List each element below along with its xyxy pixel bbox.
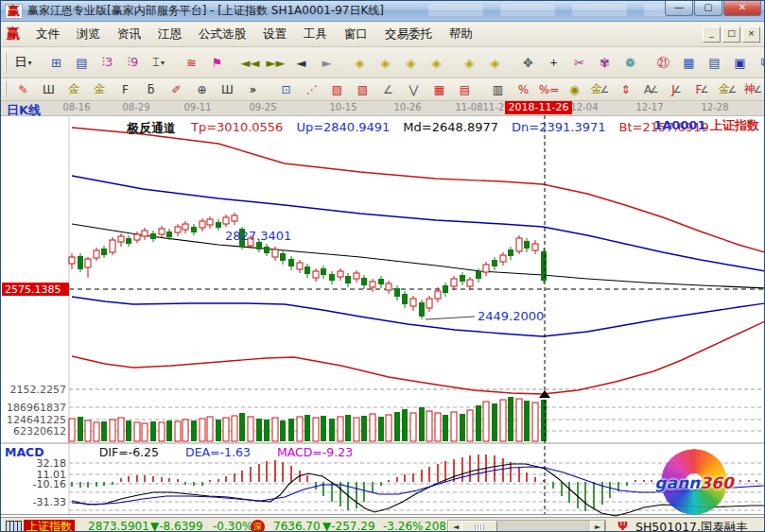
grid-view-icon[interactable]: ⊞ xyxy=(43,52,69,74)
gann-flower-icon[interactable]: ✾ xyxy=(592,52,617,74)
date-tick: 08-29 xyxy=(115,102,157,112)
horizontal-scrollbar[interactable]: ◄ ► xyxy=(447,520,606,532)
angle-icon[interactable]: ∠ xyxy=(375,80,401,99)
child-minimize-button[interactable]: _ xyxy=(703,26,721,43)
first-page-icon[interactable]: ◄◄ xyxy=(237,52,263,74)
annotation-low: 2449.2000 xyxy=(478,309,544,323)
volume-tick: 62320612 xyxy=(13,425,66,438)
selected-date-badge: 2018-11-26 xyxy=(505,101,572,114)
scrollbar-thumb[interactable] xyxy=(461,521,497,532)
diamond-left-icon[interactable]: ◈ xyxy=(347,52,373,74)
date-tick: 09-25 xyxy=(242,102,284,112)
diamond-down-icon[interactable]: ◈ xyxy=(482,52,508,74)
net-icon[interactable]: ⧉ xyxy=(753,52,765,74)
columns-icon[interactable]: ▥ xyxy=(485,80,511,99)
k3-icon[interactable]: ⫶3 xyxy=(95,52,120,74)
more-tools-icon[interactable]: » xyxy=(240,80,266,99)
j-angle-icon[interactable]: J∠ xyxy=(664,80,689,99)
red-grid-icon[interactable]: ▦ xyxy=(426,80,452,99)
shen-angle-icon[interactable]: 神∠ xyxy=(740,80,765,99)
symbol-code: 1A0001 xyxy=(653,118,705,132)
hand-tool-icon[interactable]: ✥ xyxy=(515,52,541,74)
minimize-button[interactable]: — xyxy=(665,1,693,16)
scroll-right-arrow[interactable]: ► xyxy=(590,521,605,532)
percent-eq-icon[interactable]: %= xyxy=(536,80,562,99)
gann-fan-box-icon[interactable]: ▧ xyxy=(350,80,375,99)
channel-line-tp xyxy=(72,128,765,252)
diamond-right-icon[interactable]: ◈ xyxy=(373,52,398,74)
cut-icon[interactable]: ✂ xyxy=(566,52,592,74)
menu-item-9[interactable]: 帮助 xyxy=(441,24,481,45)
macd-value: MACD=-9.23 xyxy=(277,445,353,459)
gold-grid2-icon[interactable]: 金 xyxy=(87,80,113,99)
menu-item-4[interactable]: 公式选股 xyxy=(190,24,254,45)
gold-line-icon[interactable]: 金∠ xyxy=(587,80,613,99)
gold-angle-icon[interactable]: 金∠ xyxy=(715,80,740,99)
menu-logo-icon: 赢 xyxy=(7,26,20,43)
date-tick: 12-28 xyxy=(694,102,736,112)
save-icon[interactable]: ▣ xyxy=(727,52,753,74)
quote-grid-icon[interactable] xyxy=(6,521,22,532)
a-angle-icon[interactable]: A∠ xyxy=(638,80,664,99)
menu-item-8[interactable]: 交易委托 xyxy=(376,24,441,45)
close-button[interactable]: ✕ xyxy=(723,1,761,16)
color-flag-icon[interactable]: ⚑ xyxy=(204,52,230,74)
spiral-icon[interactable]: ƃ xyxy=(138,80,164,99)
prev-icon[interactable]: ◄ xyxy=(288,52,314,74)
calculator-icon[interactable]: ▦ xyxy=(676,52,702,74)
status-bar: 上证指数 2873.5901 ▼-8.6399 -0.30% 深 7636.70… xyxy=(1,517,764,532)
ghost-desktop-icon xyxy=(428,4,483,16)
box-tool-icon[interactable]: ⊡ xyxy=(273,80,299,99)
title-bar: 赢 赢家江恩专业版[赢家内部服务平台] - [上证指数 SH1A0001-97日… xyxy=(1,1,764,22)
gann-box-icon[interactable]: ▨ xyxy=(324,80,350,99)
index-percent: -0.30% xyxy=(213,520,252,532)
circle-tool-icon[interactable]: ⊕ xyxy=(189,80,215,99)
brush-icon[interactable]: ✐ xyxy=(164,80,189,99)
gann-grid-icon[interactable]: Ш xyxy=(36,80,61,99)
last-page-icon[interactable]: ►► xyxy=(263,52,288,74)
period-selector[interactable]: 日▾ xyxy=(10,52,36,74)
ghost-desktop-icon xyxy=(500,4,555,16)
cycle-icon[interactable]: ❁ xyxy=(617,52,643,74)
menu-item-3[interactable]: 江恩 xyxy=(149,24,190,45)
menu-item-2[interactable]: 资讯 xyxy=(109,24,149,45)
diamond-expand-icon[interactable]: ◈ xyxy=(398,52,424,74)
vee-icon[interactable]: ⋁ xyxy=(401,80,426,99)
macd-dif: DIF=-6.25 xyxy=(99,445,159,459)
diamond-up-icon[interactable]: ◈ xyxy=(457,52,482,74)
crosshair-icon[interactable]: ＋ xyxy=(541,52,566,74)
menu-item-6[interactable]: 工具 xyxy=(295,24,336,45)
fan-lines-icon[interactable]: ⋰ xyxy=(299,80,324,99)
child-restore-button[interactable]: □ xyxy=(722,26,740,43)
updown-icon[interactable]: ⇕ xyxy=(613,80,638,99)
menu-item-5[interactable]: 设置 xyxy=(254,24,295,45)
list-view-icon[interactable]: ▤ xyxy=(69,52,95,74)
k9-icon[interactable]: ⫶9 xyxy=(120,52,146,74)
restore-icon[interactable]: ≋ xyxy=(179,52,204,74)
channel-lines xyxy=(72,128,765,394)
f-angle-icon[interactable]: F∠ xyxy=(689,80,715,99)
percent-icon[interactable]: % xyxy=(511,80,536,99)
gold-grid-icon[interactable]: 金 xyxy=(61,80,87,99)
notes-icon[interactable]: ▤ xyxy=(702,52,727,74)
next-icon[interactable]: ► xyxy=(314,52,339,74)
ruler-icon[interactable]: Ш xyxy=(215,80,240,99)
pencil-icon[interactable]: ✎ xyxy=(10,80,36,99)
candlesticks xyxy=(69,213,547,319)
red-rows-icon[interactable]: ▤ xyxy=(452,80,478,99)
maximize-button[interactable]: ▢ xyxy=(694,1,722,16)
fibonacci-grid-icon[interactable]: F xyxy=(113,80,138,99)
channel-line-bt xyxy=(72,321,765,394)
shenzhen-icon[interactable]: 深 xyxy=(251,520,265,532)
menu-item-0[interactable]: 文件 xyxy=(27,24,68,45)
index-name-badge[interactable]: 上证指数 xyxy=(24,520,75,532)
diamond-shrink-icon[interactable]: ◈ xyxy=(424,52,449,74)
menu-item-7[interactable]: 窗口 xyxy=(336,24,376,45)
child-close-button[interactable]: × xyxy=(742,26,760,43)
gold-circle-icon[interactable]: ◉ xyxy=(562,80,587,99)
candle-style-icon[interactable]: ⌶▾ xyxy=(146,52,171,74)
app-logo-icon: 赢 xyxy=(5,4,23,19)
calendar-icon[interactable]: ㉑ xyxy=(651,52,676,74)
menu-item-1[interactable]: 浏览 xyxy=(68,24,109,45)
date-tick: 10-15 xyxy=(322,102,364,112)
